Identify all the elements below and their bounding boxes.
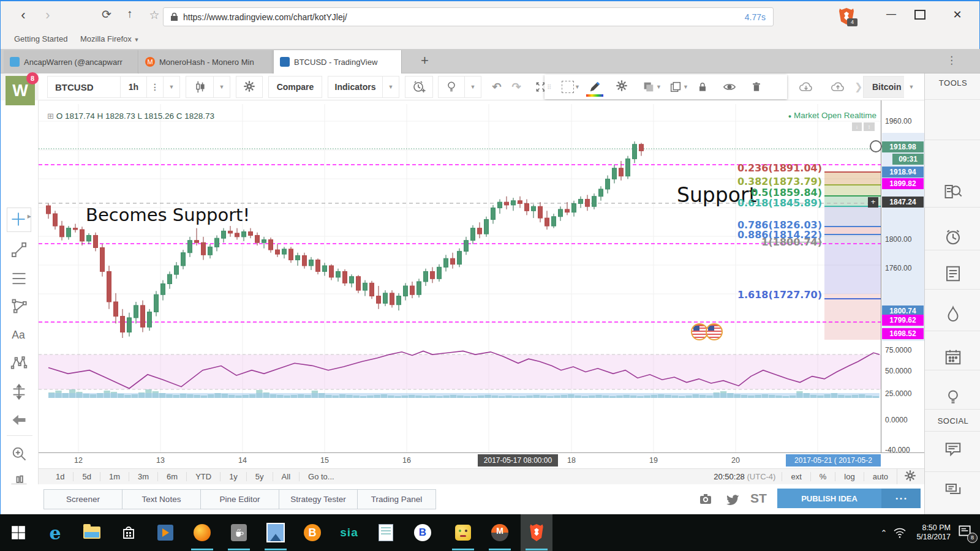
time-axis[interactable]: 12131415161819202017-05-17 08:00:002017-… (39, 452, 924, 468)
drag-handle[interactable]: ⠿ (547, 86, 554, 89)
ideas-button[interactable] (438, 76, 465, 98)
taskbar-app-bitcoin[interactable]: B (296, 514, 328, 551)
browser-tab[interactable]: AncapWarren (@ancapwarr (4, 50, 138, 73)
taskbar-app-java[interactable] (223, 514, 255, 551)
taskbar-app-monero[interactable]: M (484, 514, 516, 551)
tool-crosshair[interactable]: ▶ (7, 208, 31, 232)
minimize-button[interactable]: — (878, 9, 905, 20)
scroll-reset-button[interactable]: ↕ (864, 122, 875, 131)
tool-fib-retracement[interactable] (10, 270, 29, 288)
scroll-down-button[interactable]: ↓ (852, 122, 862, 131)
url-bar[interactable]: https://www.tradingview.com/chart/kotYJl… (163, 7, 774, 26)
layout-dropdown[interactable]: ▼ (904, 76, 919, 98)
tool-trend-line[interactable] (10, 241, 29, 260)
ideas-dropdown[interactable]: ▼ (464, 76, 481, 98)
taskbar-app-firefox[interactable] (186, 514, 218, 551)
action-center-button[interactable]: 8 (957, 523, 975, 542)
select-tool-button[interactable]: ▼ (554, 75, 581, 99)
sidebar-icon-hotlist-flame[interactable] (944, 305, 962, 323)
forward-button[interactable]: › (39, 7, 57, 23)
publish-idea-button[interactable]: PUBLISH IDEA (777, 489, 881, 508)
hide-button[interactable] (716, 75, 743, 99)
tweet-button[interactable] (725, 492, 741, 509)
taskbar-app-explorer[interactable] (76, 514, 108, 551)
bottom-tab-text-notes[interactable]: Text Notes (122, 489, 201, 509)
sidebar-icon-stock-screener[interactable] (944, 182, 962, 201)
taskbar-app-emoji[interactable] (447, 514, 479, 551)
range-button-All[interactable]: All (273, 472, 300, 481)
taskbar-app-bitshares[interactable]: B (407, 514, 439, 551)
range-button-1d[interactable]: 1d (47, 472, 74, 481)
taskbar-app-photos[interactable] (260, 514, 292, 551)
browser-tab[interactable]: BTCUSD - TradingView (273, 50, 402, 73)
tab-menu-icon[interactable]: ⋮ (946, 54, 957, 67)
sidebar-icon-public-chat[interactable] (944, 481, 962, 500)
scale-ext-button[interactable]: ext (782, 472, 810, 481)
interval-dropdown[interactable]: ▼ (163, 76, 180, 98)
axis-settings-button[interactable] (897, 469, 918, 484)
legend-expand-icon[interactable]: ⊞ (47, 111, 54, 121)
save-layout-button[interactable] (824, 76, 852, 98)
tool-arrow-left[interactable] (10, 411, 29, 430)
price-axis[interactable]: 1960.001800.001760.0075.000050.000025.00… (881, 100, 924, 468)
chart-style-dropdown[interactable]: ▼ (213, 76, 230, 98)
sidebar-icon-economic-calendar[interactable] (944, 348, 962, 366)
tool-polyline[interactable] (10, 298, 29, 316)
bottom-tab-screener[interactable]: Screener (43, 489, 123, 509)
compare-button[interactable]: Compare (268, 76, 322, 98)
remove-button[interactable] (743, 75, 770, 99)
undo-button[interactable]: ↶ (487, 76, 507, 98)
scale-log-button[interactable]: log (835, 472, 863, 481)
add-alert-button[interactable] (405, 76, 433, 98)
indicators-button[interactable]: Indicators (328, 76, 383, 98)
goto-button[interactable]: Go to... (300, 472, 343, 481)
bookmark-getting-started[interactable]: Getting Started (14, 34, 67, 43)
interval-button[interactable]: 1h (120, 76, 147, 98)
taskbar-app-store[interactable] (113, 514, 145, 551)
close-button[interactable]: ✕ (944, 8, 971, 21)
bottom-tab-strategy-tester[interactable]: Strategy Tester (279, 489, 358, 509)
us-flag-event-icon[interactable] (706, 323, 723, 340)
clone-button[interactable]: ▼ (662, 75, 689, 99)
range-button-YTD[interactable]: YTD (187, 472, 221, 481)
sidebar-icon-alerts-clock[interactable] (944, 228, 962, 246)
snapshot-button[interactable] (698, 492, 714, 509)
stocktwits-button[interactable]: ST (750, 491, 767, 506)
fib-handle-circle[interactable] (870, 140, 882, 152)
bottom-tab-pine-editor[interactable]: Pine Editor (200, 489, 279, 509)
lock-button[interactable] (689, 75, 716, 99)
publish-more-button[interactable]: • • • (881, 489, 921, 508)
taskbar-app-brave[interactable] (521, 514, 552, 551)
range-button-5d[interactable]: 5d (74, 472, 100, 481)
back-button[interactable]: ‹ (14, 7, 32, 23)
bookmark-star-icon[interactable]: ☆ (145, 8, 164, 22)
tool-position[interactable] (10, 383, 29, 402)
tray-expand-chevron[interactable]: ⌃ (880, 528, 887, 538)
load-layout-button[interactable] (792, 76, 820, 98)
tool-text[interactable]: Aa (10, 326, 29, 345)
home-button[interactable]: ↑ (121, 7, 139, 21)
chart-style-button[interactable] (186, 76, 214, 98)
wifi-icon[interactable] (893, 527, 907, 538)
taskbar-app-media-player[interactable] (149, 514, 181, 551)
bookmark-mozilla-firefox[interactable]: Mozilla Firefox ▼ (80, 34, 139, 43)
browser-tab[interactable]: MMoneroHash - Monero Min (139, 50, 273, 73)
new-tab-button[interactable]: + (421, 53, 429, 69)
symbol-button[interactable]: BTCUSD (47, 76, 121, 98)
tray-clock[interactable]: 8:50 PM 5/18/2017 (916, 523, 951, 542)
chart-properties-button[interactable] (236, 76, 263, 98)
range-button-1m[interactable]: 1m (100, 472, 129, 481)
add-alert-plus-button[interactable]: + (868, 197, 878, 208)
redo-button[interactable]: ↷ (507, 76, 526, 98)
draw-color-button[interactable] (581, 75, 608, 99)
scale-percent-button[interactable]: % (810, 472, 835, 481)
taskbar-app-notepad[interactable] (370, 514, 402, 551)
range-button-5y[interactable]: 5y (247, 472, 273, 481)
sidebar-icon-ideas-list[interactable] (944, 264, 962, 283)
annotation-becomes-support[interactable]: Becomes Support! (86, 204, 250, 225)
tool-flyout-arrow[interactable]: ▶ (28, 214, 31, 219)
range-button-6m[interactable]: 6m (158, 472, 187, 481)
scale-auto-button[interactable]: auto (864, 472, 897, 481)
drawing-settings-button[interactable] (608, 75, 635, 99)
chart-canvas[interactable] (39, 100, 881, 468)
